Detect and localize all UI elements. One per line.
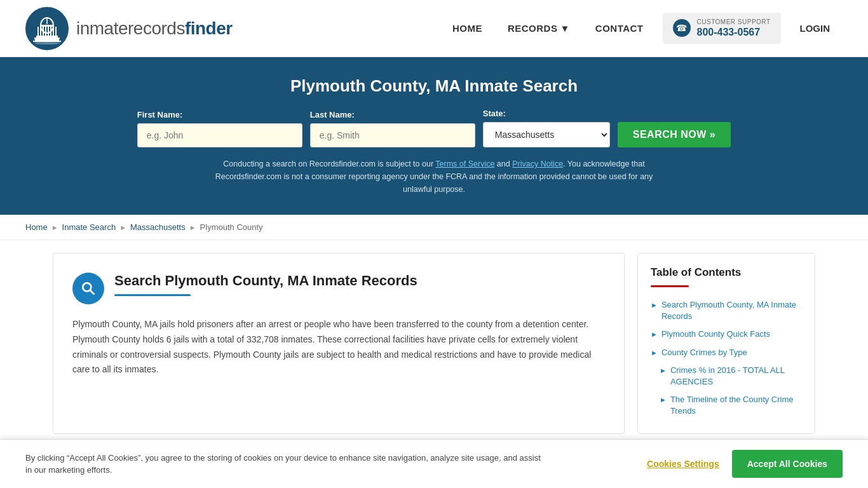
search-button[interactable]: SEARCH NOW » bbox=[618, 122, 731, 147]
last-name-field-group: Last Name: bbox=[310, 110, 475, 147]
svg-rect-14 bbox=[35, 39, 59, 41]
toc-items: ►Search Plymouth County, MA Inmate Recor… bbox=[651, 296, 802, 421]
nav-records-label: RECORDS bbox=[508, 23, 558, 34]
logo-text: inmaterecordsfinder bbox=[76, 18, 233, 39]
toc-item-label: Crimes % in 2016 - TOTAL ALL AGENCIES bbox=[670, 365, 802, 388]
first-name-label: First Name: bbox=[137, 110, 183, 119]
toc-item-label: The Timeline of the County Crime Trends bbox=[670, 394, 802, 417]
tos-link[interactable]: Terms of Service bbox=[435, 159, 494, 168]
chevron-right-icon: ► bbox=[651, 301, 658, 310]
svg-rect-6 bbox=[45, 27, 46, 36]
svg-rect-9 bbox=[53, 27, 54, 36]
article-title: Search Plymouth County, MA Inmate Record… bbox=[114, 273, 417, 289]
svg-rect-10 bbox=[55, 27, 57, 36]
article-title-area: Search Plymouth County, MA Inmate Record… bbox=[114, 273, 417, 296]
article-title-underline bbox=[114, 294, 191, 296]
support-box: ☎ CUSTOMER SUPPORT 800-433-0567 bbox=[663, 13, 781, 44]
logo-bold-text: finder bbox=[185, 18, 233, 38]
svg-line-17 bbox=[90, 290, 94, 294]
breadcrumb-sep-2: ► bbox=[119, 224, 126, 231]
article-body: Plymouth County, MA jails hold prisoners… bbox=[72, 317, 605, 377]
chevron-right-icon: ► bbox=[651, 330, 658, 339]
svg-rect-15 bbox=[33, 41, 61, 42]
breadcrumb-home[interactable]: Home bbox=[25, 222, 48, 232]
logo-icon bbox=[25, 7, 69, 50]
support-label: CUSTOMER SUPPORT bbox=[697, 18, 771, 26]
logo-area: inmaterecordsfinder bbox=[25, 7, 233, 50]
svg-rect-4 bbox=[40, 27, 41, 36]
toc-item[interactable]: ►Crimes % in 2016 - TOTAL ALL AGENCIES bbox=[651, 362, 802, 391]
svg-rect-11 bbox=[36, 36, 58, 37]
article: Search Plymouth County, MA Inmate Record… bbox=[53, 253, 625, 434]
chevron-right-icon: ► bbox=[660, 366, 667, 376]
search-icon bbox=[72, 273, 104, 304]
breadcrumb: Home ► Inmate Search ► Massachusetts ► P… bbox=[0, 215, 868, 240]
state-select[interactable]: AlabamaAlaskaArizonaArkansasCaliforniaCo… bbox=[483, 122, 610, 147]
nav-records[interactable]: RECORDS ▼ bbox=[495, 17, 583, 40]
svg-rect-8 bbox=[50, 27, 51, 36]
logo-light-text: inmaterecords bbox=[76, 18, 185, 38]
hero-disclaimer: Conducting a search on Recordsfinder.com… bbox=[212, 158, 656, 196]
breadcrumb-state[interactable]: Massachusetts bbox=[130, 222, 186, 232]
toc-item[interactable]: ►Plymouth County Quick Facts bbox=[651, 325, 802, 343]
main-nav: HOME RECORDS ▼ CONTACT ☎ CUSTOMER SUPPOR… bbox=[440, 13, 843, 44]
article-header: Search Plymouth County, MA Inmate Record… bbox=[72, 273, 605, 304]
support-number: 800-433-0567 bbox=[697, 26, 771, 39]
nav-home[interactable]: HOME bbox=[440, 17, 495, 40]
last-name-label: Last Name: bbox=[310, 110, 355, 119]
toc-item-label: Search Plymouth County, MA Inmate Record… bbox=[661, 299, 802, 322]
toc-item[interactable]: ►County Crimes by Type bbox=[651, 344, 802, 362]
nav-contact[interactable]: CONTACT bbox=[583, 17, 656, 40]
svg-rect-3 bbox=[37, 27, 39, 36]
toc-item[interactable]: ►Search Plymouth County, MA Inmate Recor… bbox=[651, 296, 802, 325]
search-form: First Name: Last Name: State: AlabamaAla… bbox=[25, 109, 843, 147]
sidebar: Table of Contents ►Search Plymouth Count… bbox=[637, 253, 815, 434]
toc-item[interactable]: ►The Timeline of the County Crime Trends bbox=[651, 391, 802, 420]
breadcrumb-current: Plymouth County bbox=[200, 222, 263, 232]
login-button[interactable]: LOGIN bbox=[787, 17, 843, 40]
hero-section: Plymouth County, MA Inmate Search First … bbox=[0, 57, 868, 215]
svg-rect-7 bbox=[48, 27, 49, 36]
toc-underline bbox=[651, 285, 689, 287]
state-field-group: State: AlabamaAlaskaArizonaArkansasCalif… bbox=[483, 109, 610, 147]
breadcrumb-inmate-search[interactable]: Inmate Search bbox=[62, 222, 116, 232]
first-name-input[interactable] bbox=[137, 123, 302, 147]
main-content: Search Plymouth County, MA Inmate Record… bbox=[27, 240, 841, 447]
toc-item-label: Plymouth County Quick Facts bbox=[661, 329, 770, 340]
toc-heading: Table of Contents bbox=[651, 266, 802, 279]
svg-rect-12 bbox=[34, 37, 60, 39]
privacy-link[interactable]: Privacy Notice bbox=[512, 159, 563, 168]
page-title: Plymouth County, MA Inmate Search bbox=[25, 76, 843, 96]
first-name-field-group: First Name: bbox=[137, 110, 302, 147]
chevron-down-icon: ▼ bbox=[560, 23, 569, 34]
chevron-right-icon: ► bbox=[660, 395, 667, 405]
breadcrumb-sep-3: ► bbox=[189, 224, 196, 231]
toc-item-label: County Crimes by Type bbox=[661, 347, 747, 358]
cookie-banner: By clicking “Accept All Cookies”, you ag… bbox=[0, 439, 868, 447]
last-name-input[interactable] bbox=[310, 123, 475, 147]
svg-rect-5 bbox=[43, 27, 44, 36]
toc-box: Table of Contents ►Search Plymouth Count… bbox=[637, 253, 815, 434]
chevron-right-icon: ► bbox=[651, 348, 658, 358]
support-info: CUSTOMER SUPPORT 800-433-0567 bbox=[697, 18, 771, 39]
svg-rect-2 bbox=[41, 25, 53, 27]
breadcrumb-sep-1: ► bbox=[51, 224, 58, 231]
state-label: State: bbox=[483, 109, 506, 118]
header: inmaterecordsfinder HOME RECORDS ▼ CONTA… bbox=[0, 0, 868, 57]
svg-point-0 bbox=[34, 42, 60, 44]
phone-icon: ☎ bbox=[673, 19, 691, 37]
